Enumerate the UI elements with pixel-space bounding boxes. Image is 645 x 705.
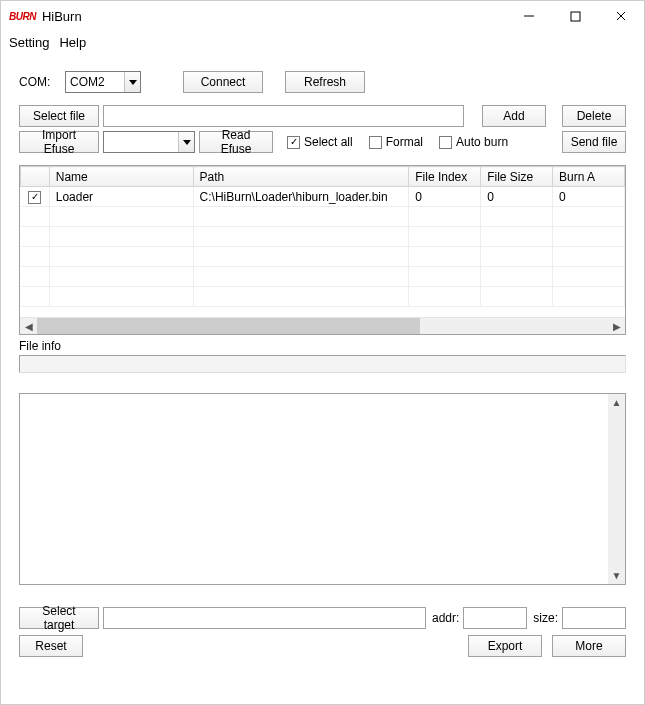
formal-label: Formal bbox=[386, 135, 423, 149]
file-info-label: File info bbox=[19, 339, 626, 353]
addr-label: addr: bbox=[432, 611, 459, 625]
target-input[interactable] bbox=[103, 607, 426, 629]
options-row: Import Efuse Read Efuse Select all Forma… bbox=[19, 131, 626, 153]
com-select[interactable]: COM2 bbox=[65, 71, 141, 93]
size-input[interactable] bbox=[562, 607, 626, 629]
import-efuse-button[interactable]: Import Efuse bbox=[19, 131, 99, 153]
file-table: Name Path File Index File Size Burn A Lo… bbox=[19, 165, 626, 335]
checkbox-icon bbox=[287, 136, 300, 149]
table-row[interactable]: Loader C:\HiBurn\Loader\hiburn_loader.bi… bbox=[21, 187, 625, 207]
refresh-button[interactable]: Refresh bbox=[285, 71, 365, 93]
reset-button[interactable]: Reset bbox=[19, 635, 83, 657]
scroll-left-icon[interactable]: ◀ bbox=[20, 318, 37, 335]
auto-burn-label: Auto burn bbox=[456, 135, 508, 149]
table-row bbox=[21, 267, 625, 287]
table-header-row: Name Path File Index File Size Burn A bbox=[21, 167, 625, 187]
delete-button[interactable]: Delete bbox=[562, 105, 626, 127]
target-row: Select target addr: size: bbox=[19, 607, 626, 629]
col-file-size[interactable]: File Size bbox=[481, 167, 553, 187]
read-efuse-button[interactable]: Read Efuse bbox=[199, 131, 273, 153]
row-checkbox[interactable] bbox=[28, 191, 41, 204]
send-file-button[interactable]: Send file bbox=[562, 131, 626, 153]
cell-file-index: 0 bbox=[409, 187, 481, 207]
cell-burn-addr: 0 bbox=[553, 187, 625, 207]
select-file-row: Select file Add Delete bbox=[19, 105, 626, 127]
file-path-input[interactable] bbox=[103, 105, 464, 127]
table-row bbox=[21, 207, 625, 227]
cell-name: Loader bbox=[49, 187, 193, 207]
addr-input[interactable] bbox=[463, 607, 527, 629]
maximize-button[interactable] bbox=[552, 1, 598, 31]
checkbox-icon bbox=[369, 136, 382, 149]
more-button[interactable]: More bbox=[552, 635, 626, 657]
cell-path: C:\HiBurn\Loader\hiburn_loader.bin bbox=[193, 187, 409, 207]
scroll-up-icon[interactable]: ▲ bbox=[608, 394, 625, 411]
com-label: COM: bbox=[19, 75, 57, 89]
svg-marker-5 bbox=[183, 140, 191, 145]
com-value: COM2 bbox=[66, 75, 124, 89]
size-label: size: bbox=[533, 611, 558, 625]
col-burn-addr[interactable]: Burn A bbox=[553, 167, 625, 187]
menu-setting[interactable]: Setting bbox=[9, 35, 49, 50]
table-row bbox=[21, 227, 625, 247]
com-row: COM: COM2 Connect Refresh bbox=[19, 71, 626, 93]
select-target-button[interactable]: Select target bbox=[19, 607, 99, 629]
scroll-down-icon[interactable]: ▼ bbox=[608, 567, 625, 584]
add-button[interactable]: Add bbox=[482, 105, 546, 127]
svg-rect-1 bbox=[571, 12, 580, 21]
select-file-button[interactable]: Select file bbox=[19, 105, 99, 127]
log-output[interactable]: ▲ ▼ bbox=[19, 393, 626, 585]
scroll-thumb[interactable] bbox=[37, 318, 420, 334]
auto-burn-checkbox[interactable]: Auto burn bbox=[439, 135, 508, 149]
close-button[interactable] bbox=[598, 1, 644, 31]
table-row bbox=[21, 247, 625, 267]
menu-help[interactable]: Help bbox=[59, 35, 86, 50]
file-info-box bbox=[19, 355, 626, 373]
minimize-button[interactable] bbox=[506, 1, 552, 31]
window-title: HiBurn bbox=[42, 9, 82, 24]
col-path[interactable]: Path bbox=[193, 167, 409, 187]
scroll-right-icon[interactable]: ▶ bbox=[608, 318, 625, 335]
app-logo: BURN bbox=[9, 11, 36, 22]
cell-file-size: 0 bbox=[481, 187, 553, 207]
select-all-checkbox[interactable]: Select all bbox=[287, 135, 353, 149]
col-file-index[interactable]: File Index bbox=[409, 167, 481, 187]
horizontal-scrollbar[interactable]: ◀ ▶ bbox=[20, 317, 625, 334]
efuse-select[interactable] bbox=[103, 131, 195, 153]
col-check[interactable] bbox=[21, 167, 50, 187]
formal-checkbox[interactable]: Formal bbox=[369, 135, 423, 149]
checkbox-icon bbox=[439, 136, 452, 149]
chevron-down-icon bbox=[124, 72, 140, 92]
title-bar: BURN HiBurn bbox=[1, 1, 644, 31]
select-all-label: Select all bbox=[304, 135, 353, 149]
col-name[interactable]: Name bbox=[49, 167, 193, 187]
connect-button[interactable]: Connect bbox=[183, 71, 263, 93]
table-row bbox=[21, 287, 625, 307]
svg-marker-4 bbox=[129, 80, 137, 85]
export-button[interactable]: Export bbox=[468, 635, 542, 657]
vertical-scrollbar[interactable]: ▲ ▼ bbox=[608, 394, 625, 584]
menu-bar: Setting Help bbox=[1, 31, 644, 53]
chevron-down-icon bbox=[178, 132, 194, 152]
bottom-row: Reset Export More bbox=[19, 635, 626, 657]
